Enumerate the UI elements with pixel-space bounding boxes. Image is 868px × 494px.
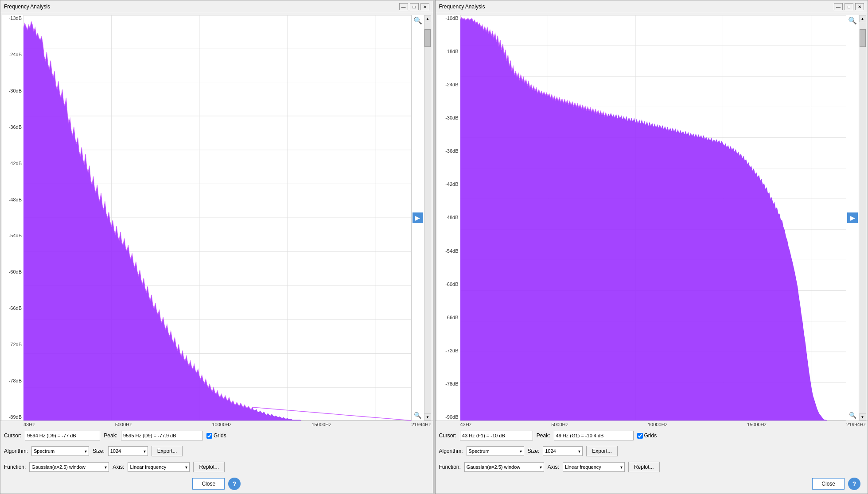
right-bottom-row: Close ? [436,475,868,494]
left-scroll-down[interactable]: ▼ [424,413,431,421]
right-maximize-button[interactable]: □ [845,3,853,10]
right-peak-input[interactable] [554,431,634,440]
left-x-label-0: 43Hz [23,422,35,427]
left-help-button[interactable]: ? [228,478,241,490]
right-x-label-4: 21994Hz [846,422,866,427]
left-y-label-10: -78dB [2,378,23,383]
left-replot-button[interactable]: Replot... [193,462,225,472]
right-x-label-3: 15000Hz [747,422,767,427]
right-y-label-5: -42dB [437,182,460,187]
right-x-axis: 43Hz 5000Hz 10000Hz 15000Hz 21994Hz [436,421,868,428]
right-grids-checkbox-label[interactable]: Grids [637,432,657,439]
left-zoom-in-icon[interactable]: 🔍 [413,16,422,25]
left-scroll-up[interactable]: ▲ [424,15,431,22]
right-y-axis: -10dB -18dB -24dB -30dB -36dB -42dB -48d… [437,15,460,421]
right-algorithm-dropdown[interactable]: Spectrum [467,446,524,456]
left-spectrum-svg [23,15,412,421]
right-y-label-7: -54dB [437,249,460,254]
left-titlebar: Frequency Analysis — □ ✕ [0,0,433,13]
right-grids-text: Grids [644,432,657,439]
left-chart-right-icons: 🔍 ▶ 🔍 [412,15,424,421]
left-y-label-2: -30dB [2,89,23,93]
left-y-label-7: -60dB [2,270,23,274]
left-function-dropdown[interactable]: Gaussian(a=2.5) window [29,462,109,472]
right-scroll-up[interactable]: ▲ [859,15,866,22]
left-algorithm-dropdown[interactable]: Spectrum [31,446,89,456]
left-export-button[interactable]: Export... [152,446,183,456]
right-y-label-4: -36dB [437,149,460,154]
right-function-value: Gaussian(a=2.5) window [467,464,520,470]
left-size-value: 1024 [110,448,121,454]
left-scroll-thumb[interactable] [424,29,431,47]
right-scroll-down[interactable]: ▼ [859,413,866,421]
right-zoom-in-icon[interactable]: 🔍 [848,16,857,25]
right-algorithm-value: Spectrum [469,448,490,454]
left-maximize-button[interactable]: □ [410,3,419,10]
right-cursor-input[interactable] [460,431,533,440]
left-x-axis: 43Hz 5000Hz 10000Hz 15000Hz 21994Hz [0,421,433,428]
right-chart-inner [460,15,847,421]
right-peak-label: Peak: [537,432,550,439]
left-zoom-out-icon[interactable]: 🔍 [413,411,422,420]
right-y-label-1: -18dB [437,49,460,54]
left-axis-value: Linear frequency [130,464,166,470]
left-size-label: Size: [93,448,105,454]
right-replot-button[interactable]: Replot... [628,462,660,472]
left-bottom-row: Close ? [0,475,433,494]
right-function-row: Function: Gaussian(a=2.5) window Axis: L… [436,459,868,475]
left-info-row: Cursor: Peak: Grids [0,428,433,443]
right-help-button[interactable]: ? [848,478,860,490]
right-y-label-12: -90dB [437,415,460,420]
left-function-label: Function: [4,464,26,470]
left-x-label-4: 21994Hz [411,422,431,427]
right-function-dropdown[interactable]: Gaussian(a=2.5) window [464,462,544,472]
left-function-value: Gaussian(a=2.5) window [31,464,85,470]
left-y-label-6: -54dB [2,233,23,238]
right-y-label-10: -72dB [437,348,460,353]
right-minimize-button[interactable]: — [834,3,843,10]
right-axis-dropdown[interactable]: Linear frequency [563,462,625,472]
left-y-label-8: -66dB [2,306,23,311]
left-peak-label: Peak: [104,432,117,439]
left-cursor-input[interactable] [25,431,100,440]
left-size-dropdown[interactable]: 1024 [108,446,148,456]
right-export-button[interactable]: Export... [586,446,618,456]
left-algorithm-label: Algorithm: [4,448,28,454]
left-y-label-4: -42dB [2,161,23,166]
right-zoom-out-icon[interactable]: 🔍 [848,411,857,420]
left-grids-checkbox-label[interactable]: Grids [206,432,226,439]
right-chart-right-icons: 🔍 ▶ 🔍 [846,15,859,421]
left-function-row: Function: Gaussian(a=2.5) window Axis: L… [0,459,433,475]
left-close-button[interactable]: ✕ [420,3,429,10]
left-y-label-5: -48dB [2,197,23,202]
left-close-button[interactable]: Close [192,478,225,490]
right-close-button[interactable]: ✕ [855,3,864,10]
left-x-label-1: 5000Hz [115,422,132,427]
right-titlebar: Frequency Analysis — □ ✕ [436,0,868,13]
right-size-dropdown[interactable]: 1024 [543,446,583,456]
right-grids-checkbox[interactable] [637,433,643,439]
left-arrow-button[interactable]: ▶ [413,212,423,223]
right-scroll-thumb[interactable] [860,29,866,47]
left-y-label-9: -72dB [2,342,23,347]
left-window-title: Frequency Analysis [4,4,50,10]
right-axis-value: Linear frequency [565,464,601,470]
right-y-label-0: -10dB [437,16,460,21]
left-grids-checkbox[interactable] [206,433,212,439]
left-axis-dropdown[interactable]: Linear frequency [128,462,190,472]
left-peak-input[interactable] [121,431,203,440]
left-minimize-button[interactable]: — [399,3,408,10]
right-close-button[interactable]: Close [812,478,845,490]
left-grids-text: Grids [214,432,226,439]
right-arrow-button[interactable]: ▶ [847,212,858,223]
right-vertical-scrollbar[interactable]: ▲ ▼ [859,15,866,421]
left-frequency-analysis-window: Frequency Analysis — □ ✕ -13dB -24dB -30… [0,0,433,494]
right-function-label: Function: [439,464,461,470]
left-vertical-scrollbar[interactable]: ▲ ▼ [424,15,431,421]
left-y-label-0: -13dB [2,16,23,21]
right-axis-label: Axis: [548,464,559,470]
right-algorithm-label: Algorithm: [439,448,463,454]
right-info-row: Cursor: Peak: Grids [436,428,868,443]
right-y-label-9: -66dB [437,315,460,320]
left-x-label-2: 10000Hz [212,422,231,427]
